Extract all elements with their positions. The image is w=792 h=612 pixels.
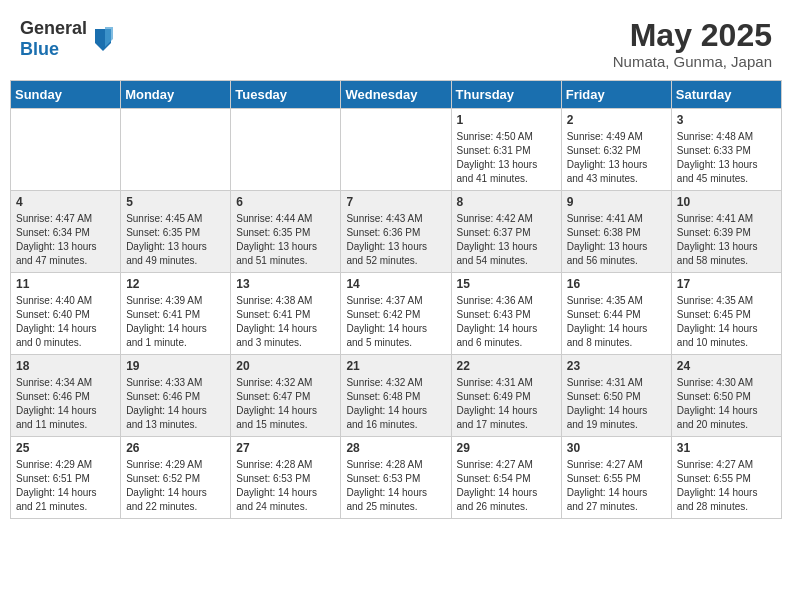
day-info: Sunrise: 4:27 AM Sunset: 6:54 PM Dayligh… [457,458,556,514]
day-info: Sunrise: 4:29 AM Sunset: 6:51 PM Dayligh… [16,458,115,514]
weekday-header-monday: Monday [121,81,231,109]
day-number: 9 [567,195,666,209]
calendar-cell: 27Sunrise: 4:28 AM Sunset: 6:53 PM Dayli… [231,437,341,519]
day-number: 22 [457,359,556,373]
calendar-cell: 11Sunrise: 4:40 AM Sunset: 6:40 PM Dayli… [11,273,121,355]
page-header: General Blue May 2025 Numata, Gunma, Jap… [10,10,782,74]
logo-text: General Blue [20,18,87,60]
calendar-cell: 8Sunrise: 4:42 AM Sunset: 6:37 PM Daylig… [451,191,561,273]
day-number: 19 [126,359,225,373]
day-info: Sunrise: 4:41 AM Sunset: 6:39 PM Dayligh… [677,212,776,268]
day-number: 26 [126,441,225,455]
day-info: Sunrise: 4:27 AM Sunset: 6:55 PM Dayligh… [567,458,666,514]
day-number: 10 [677,195,776,209]
calendar-cell: 20Sunrise: 4:32 AM Sunset: 6:47 PM Dayli… [231,355,341,437]
calendar-week-1: 1Sunrise: 4:50 AM Sunset: 6:31 PM Daylig… [11,109,782,191]
day-number: 7 [346,195,445,209]
day-info: Sunrise: 4:41 AM Sunset: 6:38 PM Dayligh… [567,212,666,268]
calendar-cell: 23Sunrise: 4:31 AM Sunset: 6:50 PM Dayli… [561,355,671,437]
calendar-cell: 28Sunrise: 4:28 AM Sunset: 6:53 PM Dayli… [341,437,451,519]
day-info: Sunrise: 4:43 AM Sunset: 6:36 PM Dayligh… [346,212,445,268]
calendar-cell: 14Sunrise: 4:37 AM Sunset: 6:42 PM Dayli… [341,273,451,355]
day-info: Sunrise: 4:47 AM Sunset: 6:34 PM Dayligh… [16,212,115,268]
day-info: Sunrise: 4:39 AM Sunset: 6:41 PM Dayligh… [126,294,225,350]
calendar-week-3: 11Sunrise: 4:40 AM Sunset: 6:40 PM Dayli… [11,273,782,355]
day-number: 24 [677,359,776,373]
weekday-header-friday: Friday [561,81,671,109]
calendar-cell: 19Sunrise: 4:33 AM Sunset: 6:46 PM Dayli… [121,355,231,437]
calendar-cell: 24Sunrise: 4:30 AM Sunset: 6:50 PM Dayli… [671,355,781,437]
calendar-week-5: 25Sunrise: 4:29 AM Sunset: 6:51 PM Dayli… [11,437,782,519]
calendar-cell: 29Sunrise: 4:27 AM Sunset: 6:54 PM Dayli… [451,437,561,519]
day-info: Sunrise: 4:50 AM Sunset: 6:31 PM Dayligh… [457,130,556,186]
calendar-cell: 22Sunrise: 4:31 AM Sunset: 6:49 PM Dayli… [451,355,561,437]
day-number: 25 [16,441,115,455]
weekday-header-sunday: Sunday [11,81,121,109]
calendar-table: SundayMondayTuesdayWednesdayThursdayFrid… [10,80,782,519]
calendar-cell: 25Sunrise: 4:29 AM Sunset: 6:51 PM Dayli… [11,437,121,519]
logo-general: General [20,18,87,38]
calendar-cell: 17Sunrise: 4:35 AM Sunset: 6:45 PM Dayli… [671,273,781,355]
day-info: Sunrise: 4:34 AM Sunset: 6:46 PM Dayligh… [16,376,115,432]
day-number: 23 [567,359,666,373]
day-number: 4 [16,195,115,209]
day-info: Sunrise: 4:27 AM Sunset: 6:55 PM Dayligh… [677,458,776,514]
calendar-week-4: 18Sunrise: 4:34 AM Sunset: 6:46 PM Dayli… [11,355,782,437]
calendar-header-row: SundayMondayTuesdayWednesdayThursdayFrid… [11,81,782,109]
calendar-cell: 31Sunrise: 4:27 AM Sunset: 6:55 PM Dayli… [671,437,781,519]
day-info: Sunrise: 4:45 AM Sunset: 6:35 PM Dayligh… [126,212,225,268]
weekday-header-saturday: Saturday [671,81,781,109]
day-info: Sunrise: 4:31 AM Sunset: 6:49 PM Dayligh… [457,376,556,432]
day-number: 20 [236,359,335,373]
day-info: Sunrise: 4:42 AM Sunset: 6:37 PM Dayligh… [457,212,556,268]
day-info: Sunrise: 4:28 AM Sunset: 6:53 PM Dayligh… [236,458,335,514]
day-info: Sunrise: 4:33 AM Sunset: 6:46 PM Dayligh… [126,376,225,432]
day-info: Sunrise: 4:36 AM Sunset: 6:43 PM Dayligh… [457,294,556,350]
calendar-cell: 26Sunrise: 4:29 AM Sunset: 6:52 PM Dayli… [121,437,231,519]
calendar-week-2: 4Sunrise: 4:47 AM Sunset: 6:34 PM Daylig… [11,191,782,273]
day-info: Sunrise: 4:40 AM Sunset: 6:40 PM Dayligh… [16,294,115,350]
logo-blue: Blue [20,39,59,59]
day-info: Sunrise: 4:32 AM Sunset: 6:48 PM Dayligh… [346,376,445,432]
calendar-cell: 18Sunrise: 4:34 AM Sunset: 6:46 PM Dayli… [11,355,121,437]
calendar-cell: 10Sunrise: 4:41 AM Sunset: 6:39 PM Dayli… [671,191,781,273]
day-number: 30 [567,441,666,455]
day-number: 2 [567,113,666,127]
calendar-cell: 4Sunrise: 4:47 AM Sunset: 6:34 PM Daylig… [11,191,121,273]
logo: General Blue [20,18,115,60]
day-number: 13 [236,277,335,291]
location-title: Numata, Gunma, Japan [613,53,772,70]
day-number: 6 [236,195,335,209]
calendar-cell [341,109,451,191]
day-info: Sunrise: 4:30 AM Sunset: 6:50 PM Dayligh… [677,376,776,432]
calendar-cell: 12Sunrise: 4:39 AM Sunset: 6:41 PM Dayli… [121,273,231,355]
day-number: 15 [457,277,556,291]
day-info: Sunrise: 4:28 AM Sunset: 6:53 PM Dayligh… [346,458,445,514]
calendar-cell: 9Sunrise: 4:41 AM Sunset: 6:38 PM Daylig… [561,191,671,273]
day-info: Sunrise: 4:44 AM Sunset: 6:35 PM Dayligh… [236,212,335,268]
day-number: 21 [346,359,445,373]
day-info: Sunrise: 4:29 AM Sunset: 6:52 PM Dayligh… [126,458,225,514]
weekday-header-tuesday: Tuesday [231,81,341,109]
day-info: Sunrise: 4:37 AM Sunset: 6:42 PM Dayligh… [346,294,445,350]
calendar-cell [121,109,231,191]
day-number: 12 [126,277,225,291]
calendar-cell [11,109,121,191]
day-info: Sunrise: 4:49 AM Sunset: 6:32 PM Dayligh… [567,130,666,186]
day-number: 3 [677,113,776,127]
day-number: 28 [346,441,445,455]
weekday-header-thursday: Thursday [451,81,561,109]
day-number: 31 [677,441,776,455]
calendar-cell: 30Sunrise: 4:27 AM Sunset: 6:55 PM Dayli… [561,437,671,519]
calendar-cell: 16Sunrise: 4:35 AM Sunset: 6:44 PM Dayli… [561,273,671,355]
day-info: Sunrise: 4:38 AM Sunset: 6:41 PM Dayligh… [236,294,335,350]
day-number: 1 [457,113,556,127]
calendar-cell: 15Sunrise: 4:36 AM Sunset: 6:43 PM Dayli… [451,273,561,355]
calendar-cell: 13Sunrise: 4:38 AM Sunset: 6:41 PM Dayli… [231,273,341,355]
calendar-cell: 2Sunrise: 4:49 AM Sunset: 6:32 PM Daylig… [561,109,671,191]
calendar-cell: 1Sunrise: 4:50 AM Sunset: 6:31 PM Daylig… [451,109,561,191]
title-area: May 2025 Numata, Gunma, Japan [613,18,772,70]
logo-icon [91,25,115,53]
calendar-cell [231,109,341,191]
month-title: May 2025 [613,18,772,53]
